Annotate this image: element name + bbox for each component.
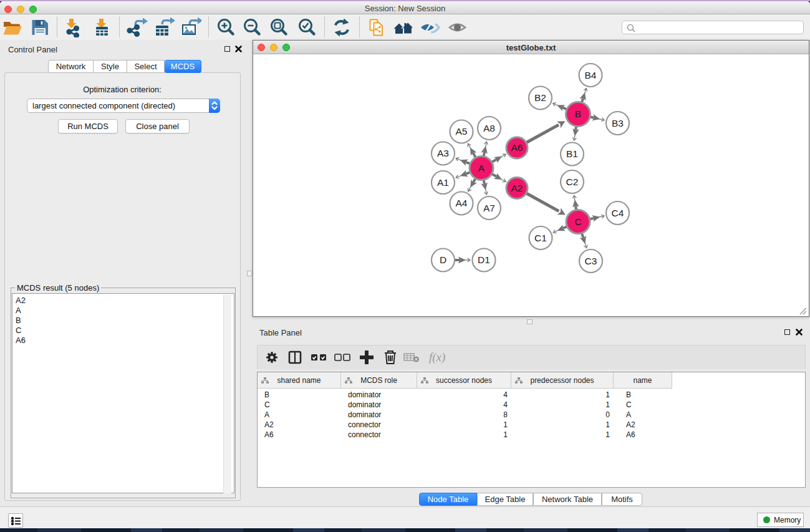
svg-text:C2: C2 [566, 177, 579, 187]
svg-text:C3: C3 [585, 256, 597, 266]
svg-text:C1: C1 [534, 233, 547, 243]
svg-text:A8: A8 [483, 123, 495, 133]
svg-text:D: D [440, 254, 446, 265]
svg-text:A2: A2 [511, 183, 523, 193]
svg-text:A: A [478, 163, 485, 173]
svg-text:A4: A4 [456, 198, 468, 208]
svg-text:B2: B2 [534, 92, 546, 103]
svg-text:A1: A1 [437, 177, 449, 188]
svg-text:A7: A7 [483, 203, 495, 213]
svg-text:C: C [574, 216, 581, 227]
svg-text:A6: A6 [511, 142, 523, 153]
svg-text:B: B [575, 109, 581, 119]
svg-text:A5: A5 [456, 126, 468, 137]
svg-text:C4: C4 [612, 208, 624, 218]
svg-text:B3: B3 [612, 118, 624, 128]
svg-text:B1: B1 [566, 148, 578, 159]
svg-text:A3: A3 [437, 148, 449, 158]
svg-text:f(x): f(x) [429, 351, 445, 364]
svg-text:B4: B4 [585, 70, 597, 80]
svg-text:D1: D1 [478, 254, 490, 265]
